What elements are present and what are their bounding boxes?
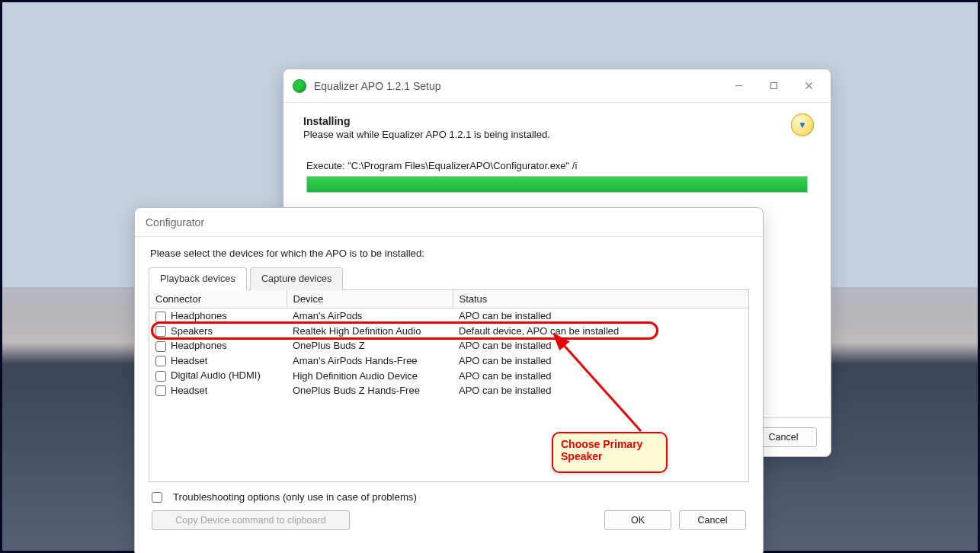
row-status: APO can be installed bbox=[453, 338, 748, 353]
copy-device-button: Copy Device command to clipboard bbox=[152, 510, 350, 530]
col-connector[interactable]: Connector bbox=[149, 290, 287, 308]
row-connector: Headset bbox=[171, 355, 207, 366]
setup-app-icon bbox=[293, 79, 306, 93]
device-tabs: Playback devices Capture devices bbox=[149, 267, 749, 290]
row-device: High Definition Audio Device bbox=[287, 368, 453, 383]
col-status[interactable]: Status bbox=[453, 290, 748, 308]
row-checkbox[interactable] bbox=[155, 341, 166, 352]
setup-title: Equalizer APO 1.2.1 Setup bbox=[314, 80, 721, 92]
table-row[interactable]: HeadsetAman's AirPods Hands-FreeAPO can … bbox=[149, 353, 748, 369]
setup-titlebar[interactable]: Equalizer APO 1.2.1 Setup bbox=[283, 69, 831, 103]
table-row[interactable]: HeadphonesAman's AirPodsAPO can be insta… bbox=[149, 308, 748, 324]
table-row[interactable]: HeadsetOnePlus Buds Z Hands-FreeAPO can … bbox=[149, 383, 748, 398]
table-row[interactable]: HeadphonesOnePlus Buds ZAPO can be insta… bbox=[149, 338, 748, 353]
minimize-button[interactable] bbox=[721, 75, 756, 97]
close-button[interactable] bbox=[791, 75, 826, 97]
row-device: Realtek High Definition Audio bbox=[287, 324, 453, 339]
setup-subheading: Please wait while Equalizer APO 1.2.1 is… bbox=[303, 129, 811, 140]
row-connector: Headset bbox=[171, 385, 207, 396]
tab-capture-devices[interactable]: Capture devices bbox=[250, 267, 343, 290]
troubleshoot-checkbox[interactable] bbox=[152, 492, 162, 503]
svg-rect-0 bbox=[770, 83, 777, 89]
row-checkbox[interactable] bbox=[155, 312, 166, 322]
row-device: Aman's AirPods bbox=[287, 308, 453, 324]
configurator-title: Configurator bbox=[146, 216, 204, 229]
configurator-cancel-button[interactable]: Cancel bbox=[679, 510, 746, 530]
tab-playback-devices[interactable]: Playback devices bbox=[149, 267, 247, 290]
setup-heading: Installing bbox=[303, 115, 811, 127]
setup-exec-line: Execute: "C:\Program Files\EqualizerAPO\… bbox=[306, 160, 808, 171]
row-connector: Headphones bbox=[171, 340, 227, 351]
ok-button[interactable]: OK bbox=[604, 510, 671, 530]
table-row[interactable]: Digital Audio (HDMI)High Definition Audi… bbox=[149, 368, 748, 383]
configurator-titlebar[interactable]: Configurator bbox=[135, 208, 763, 237]
row-status: Default device, APO can be installed bbox=[453, 324, 748, 339]
row-connector: Headphones bbox=[171, 310, 227, 321]
configurator-window: Configurator Please select the devices f… bbox=[134, 207, 764, 553]
row-device: OnePlus Buds Z Hands-Free bbox=[287, 383, 453, 398]
row-checkbox[interactable] bbox=[155, 385, 166, 396]
row-status: APO can be installed bbox=[453, 383, 748, 398]
row-checkbox[interactable] bbox=[155, 326, 166, 337]
row-status: APO can be installed bbox=[453, 368, 748, 383]
row-status: APO can be installed bbox=[453, 308, 748, 324]
table-row[interactable]: SpeakersRealtek High Definition AudioDef… bbox=[149, 324, 748, 339]
install-progress-bar bbox=[307, 177, 807, 192]
row-connector: Digital Audio (HDMI) bbox=[171, 369, 261, 381]
configurator-instruction: Please select the devices for which the … bbox=[150, 248, 749, 259]
annotation-callout: Choose Primary Speaker bbox=[552, 432, 668, 473]
row-device: OnePlus Buds Z bbox=[287, 338, 453, 353]
row-connector: Speakers bbox=[171, 325, 213, 337]
row-device: Aman's AirPods Hands-Free bbox=[287, 353, 453, 369]
row-status: APO can be installed bbox=[453, 353, 748, 369]
row-checkbox[interactable] bbox=[155, 356, 166, 366]
maximize-button[interactable] bbox=[756, 75, 791, 97]
row-checkbox[interactable] bbox=[155, 371, 166, 382]
col-device[interactable]: Device bbox=[287, 290, 453, 308]
troubleshoot-label: Troubleshooting options (only use in cas… bbox=[173, 491, 417, 503]
installer-badge-icon bbox=[791, 113, 814, 136]
install-progress bbox=[306, 176, 808, 193]
desktop-background: Equalizer APO 1.2.1 Setup Installing Ple… bbox=[0, 0, 980, 553]
